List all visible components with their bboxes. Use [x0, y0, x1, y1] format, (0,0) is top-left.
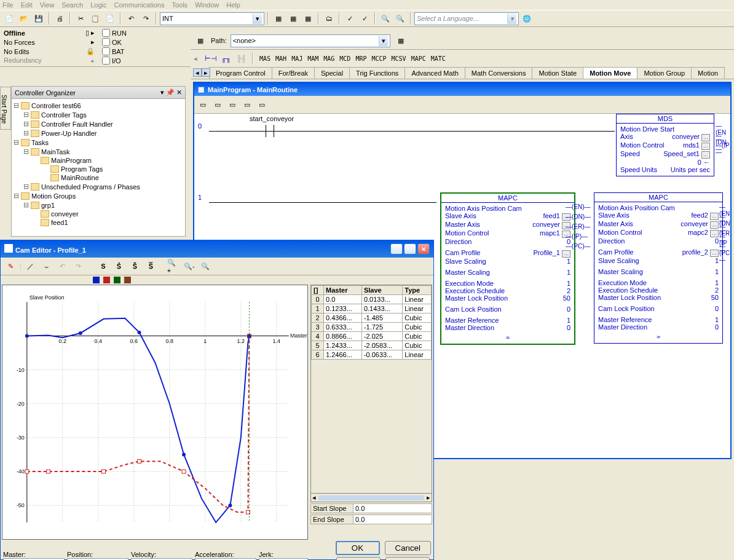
mnemonic-MCD[interactable]: MCD: [339, 55, 350, 62]
zoom-fit-icon[interactable]: 🔍: [199, 259, 212, 273]
menu-communications[interactable]: Communications: [114, 1, 165, 9]
mnemonic-MCSV[interactable]: MCSV: [392, 55, 406, 62]
maximize-button[interactable]: □: [404, 243, 416, 254]
edit-icon[interactable]: ▭: [196, 98, 210, 111]
instruction-mapc1[interactable]: MAPC Motion Axis Position Cam Slave Axis…: [440, 192, 575, 345]
tool-icon[interactable]: ▦: [286, 12, 300, 25]
edit-icon[interactable]: ▭: [255, 98, 269, 111]
tree-item[interactable]: ⊟Motion Groups: [14, 191, 183, 200]
check-run[interactable]: [102, 29, 110, 37]
tab-prev-icon[interactable]: ◂: [193, 68, 202, 77]
type-combo[interactable]: INT▾: [160, 12, 264, 25]
language-combo[interactable]: Select a Language...▾: [414, 12, 519, 25]
zoom-in-icon[interactable]: 🔍+: [167, 259, 180, 273]
menu-help[interactable]: Help: [226, 1, 240, 9]
tab-trig-functions[interactable]: Trig Functions: [349, 67, 405, 79]
tab-motion-move[interactable]: Motion Move: [583, 67, 637, 79]
verify-icon[interactable]: ✓: [358, 12, 371, 25]
minimize-button[interactable]: _: [390, 243, 403, 254]
mnemonic-MAG[interactable]: MAG: [323, 55, 334, 62]
start-page-tab[interactable]: Start Page: [0, 87, 11, 130]
tree-item[interactable]: Program Tags: [14, 165, 183, 173]
instruction-mapc2[interactable]: MAPC Motion Axis Position Cam Slave Axis…: [594, 192, 723, 344]
zoom-out-icon[interactable]: 🔍-: [183, 259, 196, 273]
mnemonic-MAM[interactable]: MAM: [307, 55, 318, 62]
table-row[interactable]: 30.6333...-1.725Cubic: [312, 323, 432, 332]
rung-icon[interactable]: ⊢⊣: [204, 52, 218, 65]
ok-button[interactable]: OK: [336, 541, 380, 555]
tab-advanced-math[interactable]: Advanced Math: [404, 67, 465, 79]
xio-contact[interactable]: [261, 125, 279, 137]
menu-file[interactable]: File: [2, 1, 14, 9]
table-row[interactable]: 51.2433...-2.0583...Cubic: [312, 341, 432, 350]
tree-item[interactable]: ⊟Power-Up Handler: [14, 128, 183, 138]
tab-for/break[interactable]: For/Break: [272, 67, 315, 79]
tree-item[interactable]: ⊟Controller Tags: [14, 110, 183, 119]
menu-search[interactable]: Search: [61, 1, 83, 9]
tree-item[interactable]: ⊟Controller Fault Handler: [14, 119, 183, 128]
tree-item[interactable]: ⊟MainTask: [14, 147, 183, 156]
pencil-icon[interactable]: ✎: [4, 259, 17, 273]
instruction-mds[interactable]: MDS Motion Drive Start Axisconveyer …Mot…: [616, 114, 714, 176]
tree-item[interactable]: ⊟grp1: [14, 200, 183, 210]
copy-icon[interactable]: 📋: [89, 12, 102, 25]
undo-icon[interactable]: ↶: [124, 12, 138, 25]
mnemonic-MCCP[interactable]: MCCP: [371, 55, 386, 62]
redo-icon[interactable]: ↷: [72, 259, 85, 273]
cancel-button[interactable]: Cancel: [385, 541, 432, 555]
tab-special[interactable]: Special: [314, 67, 350, 79]
verify-icon[interactable]: ✓: [343, 12, 357, 25]
tree-item[interactable]: MainProgram: [14, 156, 183, 165]
table-row[interactable]: 61.2466...-0.0633...Linear: [312, 350, 432, 360]
save-icon[interactable]: 💾: [32, 12, 45, 25]
mnemonic-MAS[interactable]: MAS: [259, 55, 270, 62]
mnemonic-MAH[interactable]: MAH: [275, 55, 286, 62]
curve-icon[interactable]: ⌣: [40, 259, 53, 273]
browse-icon[interactable]: ▦: [394, 34, 408, 47]
mnemonic-MAJ[interactable]: MAJ: [291, 55, 302, 62]
tool-icon[interactable]: ▦: [301, 12, 315, 25]
tree-icon[interactable]: 🗂: [322, 12, 336, 25]
organizer-tree[interactable]: ⊟Controller test66⊟Controller Tags⊟Contr…: [12, 99, 185, 229]
tree-item[interactable]: ⊟Unscheduled Programs / Phases: [14, 182, 183, 191]
panel-controls[interactable]: ▾ 📌 ✕: [160, 89, 182, 97]
cam-data-table[interactable]: []MasterSlaveType 00.00.0133...Linear10.…: [311, 285, 432, 360]
tab-math-conversions[interactable]: Math Conversions: [465, 67, 533, 79]
s-tdot-icon[interactable]: S⃛: [144, 259, 158, 273]
print-icon[interactable]: 🖨: [53, 12, 66, 25]
s-icon[interactable]: S: [97, 259, 110, 273]
tab-next-icon[interactable]: ▸: [202, 68, 210, 77]
mnemonic-MAPC[interactable]: MAPC: [411, 55, 426, 62]
tree-item[interactable]: conveyer: [14, 210, 183, 218]
paste-icon[interactable]: 📄: [103, 12, 117, 25]
check-ok[interactable]: [102, 38, 110, 46]
edit-icon[interactable]: ▭: [226, 98, 239, 111]
menu-window[interactable]: Window: [195, 1, 219, 9]
branch-icon[interactable]: ╟╢: [235, 52, 248, 65]
mnemonic-MATC[interactable]: MATC: [431, 55, 446, 62]
tab-program-control[interactable]: Program Control: [209, 67, 272, 79]
menu-logic[interactable]: Logic: [90, 1, 106, 9]
new-icon[interactable]: 📄: [2, 12, 16, 25]
table-row[interactable]: 40.8866...-2.025Cubic: [312, 332, 432, 341]
tab-motion-state[interactable]: Motion State: [532, 67, 583, 79]
mnemonic-MRP[interactable]: MRP: [355, 55, 366, 62]
globe-icon[interactable]: 🌐: [520, 12, 534, 25]
tree-item[interactable]: feed1: [14, 218, 183, 227]
end-slope[interactable]: 0.0: [353, 515, 432, 524]
tool-icon[interactable]: ▦: [272, 12, 285, 25]
path-icon[interactable]: ▦: [194, 34, 207, 47]
menu-view[interactable]: View: [40, 1, 55, 9]
path-combo[interactable]: <none>▾: [231, 34, 390, 47]
menu-edit[interactable]: Edit: [21, 1, 33, 9]
cut-icon[interactable]: ✂: [74, 12, 87, 25]
table-row[interactable]: 10.1233...0.1433...Linear: [312, 304, 432, 314]
open-icon[interactable]: 📂: [17, 12, 31, 25]
edit-icon[interactable]: ▭: [211, 98, 224, 111]
close-button[interactable]: ✕: [417, 243, 430, 254]
tab-motion[interactable]: Motion: [691, 67, 725, 79]
menu-tools[interactable]: Tools: [172, 1, 187, 9]
tree-item[interactable]: ⊟Controller test66: [14, 101, 183, 110]
tree-item[interactable]: MainRoutine: [14, 173, 183, 182]
tree-item[interactable]: ⊟Tasks: [14, 138, 183, 147]
